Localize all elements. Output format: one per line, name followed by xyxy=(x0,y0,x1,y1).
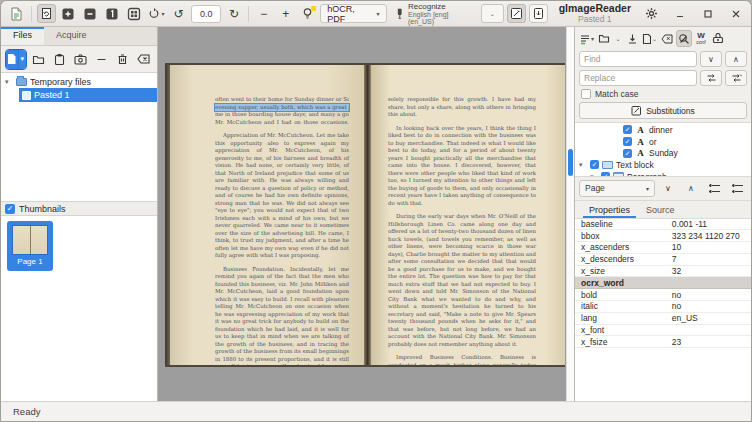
find-prev-button[interactable]: ∧ xyxy=(725,51,747,67)
zoom-original-button[interactable] xyxy=(103,4,122,23)
block-icon xyxy=(602,161,613,169)
item-checkbox[interactable]: ✓ xyxy=(623,149,632,158)
rotate-cw-button[interactable]: ↻ xyxy=(224,4,243,23)
prev-item-button[interactable]: ∧ xyxy=(681,180,701,197)
rotate-page-button[interactable] xyxy=(37,4,56,23)
maximize-button[interactable] xyxy=(698,4,717,23)
rotate-mode-dropdown[interactable]: ▾ xyxy=(147,4,166,23)
thumbnail-page-1[interactable]: Page 1 xyxy=(7,221,53,271)
property-row[interactable]: x_fsize23 xyxy=(575,336,751,348)
image-controls-toggle[interactable] xyxy=(298,4,317,23)
match-case-checkbox[interactable] xyxy=(581,89,591,99)
page-selector-dropdown[interactable]: Page ▾ xyxy=(579,180,655,197)
document-canvas[interactable]: often went to their home for Sunday dinn… xyxy=(158,27,574,401)
rotate-ccw-button[interactable]: ↺ xyxy=(169,4,188,23)
selected-textline[interactable]: evening supper, usually both, which was … xyxy=(215,104,349,112)
find-next-button[interactable]: ∨ xyxy=(700,51,722,67)
textline[interactable]: often went to their home for Sunday dinn… xyxy=(215,96,349,104)
show-confidence-toggle[interactable]: W conf xyxy=(693,30,709,47)
zoom-fit-button[interactable] xyxy=(125,4,144,23)
hocr-tree-row[interactable]: ✓Adinner xyxy=(575,124,751,136)
clear-sources-button[interactable] xyxy=(134,50,153,69)
next-item-button[interactable]: ∨ xyxy=(658,180,678,197)
clear-output-button[interactable] xyxy=(659,30,675,47)
hocr-tree-row[interactable]: ✓ASunday xyxy=(575,147,751,159)
settings-button[interactable] xyxy=(642,4,661,23)
property-key: x_font xyxy=(575,325,672,335)
add-images-split-button[interactable]: ▾ xyxy=(5,49,27,70)
thumbnails-checkbox[interactable]: ✓ xyxy=(5,204,15,214)
canvas-vertical-scrollbar[interactable] xyxy=(566,27,574,401)
add-images-button[interactable] xyxy=(6,50,18,69)
tab-acquire[interactable]: Acquire xyxy=(44,27,99,45)
rotation-angle-spinbox[interactable]: 0.0 xyxy=(191,5,221,23)
save-hocr-dropdown[interactable]: ⌄ xyxy=(641,30,658,47)
tab-properties[interactable]: Properties xyxy=(583,205,636,218)
tab-files[interactable]: Files xyxy=(1,27,44,45)
property-row[interactable]: x_ascenders10 xyxy=(575,242,751,254)
property-row[interactable]: langen_US xyxy=(575,313,751,325)
textline[interactable]: me in those boarding house days; and man… xyxy=(215,111,349,119)
tree-item-pasted[interactable]: Pasted 1 xyxy=(19,88,157,102)
sources-toolbar: ▾ xyxy=(1,46,157,73)
recognize-language-dropdown[interactable]: ⌄ xyxy=(481,4,504,23)
zoom-out-button[interactable] xyxy=(81,4,100,23)
chevron-down-icon: ▾ xyxy=(646,185,649,192)
property-row[interactable]: x_descenders7 xyxy=(575,254,751,266)
remove-source-button[interactable] xyxy=(92,50,111,69)
find-replace-toggle[interactable] xyxy=(676,30,692,47)
find-input[interactable] xyxy=(579,51,697,67)
book-paragraph: solely responsible for this growth. I ha… xyxy=(388,96,536,119)
replace-all-button[interactable] xyxy=(725,70,747,86)
property-row[interactable]: italicno xyxy=(575,301,751,313)
scanned-book-image[interactable]: often went to their home for Sunday dinn… xyxy=(165,63,565,367)
replace-input[interactable] xyxy=(579,70,697,86)
collapse-all-button[interactable] xyxy=(727,180,747,197)
delete-source-button[interactable] xyxy=(113,50,132,69)
add-images-dropdown[interactable]: ▾ xyxy=(18,50,26,69)
recognize-button[interactable]: Recognize English [eng] (en_US) xyxy=(390,3,478,24)
property-row[interactable]: x_font xyxy=(575,325,751,337)
item-checkbox[interactable]: ✓ xyxy=(623,125,632,134)
expand-all-button[interactable] xyxy=(704,180,724,197)
tab-source[interactable]: Source xyxy=(640,205,681,218)
export-button[interactable] xyxy=(529,4,548,23)
substitutions-button[interactable]: Substitutions xyxy=(579,102,747,119)
screenshot-button[interactable] xyxy=(71,50,90,69)
decrease-button[interactable]: − xyxy=(254,4,273,23)
open-hocr-dropdown[interactable]: ⌄ xyxy=(613,30,623,47)
property-key: bbox xyxy=(575,231,672,241)
hocr-tree-row[interactable]: ▾✓Text block xyxy=(575,159,751,171)
property-row[interactable]: baseline0.001 -11 xyxy=(575,219,751,231)
tree-root-row[interactable]: ▾ Temporary files xyxy=(1,75,157,88)
open-hocr-button[interactable] xyxy=(596,30,612,47)
wconf-label-bottom: conf xyxy=(696,40,705,45)
replace-button[interactable] xyxy=(700,70,722,86)
paste-button[interactable] xyxy=(50,50,69,69)
property-row[interactable]: ocrx_word xyxy=(575,277,751,289)
expander-icon[interactable]: ▾ xyxy=(5,78,13,86)
item-checkbox[interactable]: ✓ xyxy=(590,160,599,169)
property-row[interactable]: x_size32 xyxy=(575,266,751,278)
output-mode-dropdown[interactable]: hOCR, PDF ▾ xyxy=(320,4,386,23)
minimize-button[interactable] xyxy=(670,4,689,23)
insert-mode-dropdown[interactable]: ▾ xyxy=(578,30,595,47)
right-page-text: solely responsible for this growth. I ha… xyxy=(371,65,565,365)
preferences-button[interactable] xyxy=(710,30,726,47)
textline[interactable]: Mr. McCutcheon and I had on those occasi… xyxy=(215,119,349,127)
open-folder-button[interactable] xyxy=(29,50,48,69)
output-mode-label: hOCR, PDF xyxy=(327,4,372,24)
close-button[interactable] xyxy=(726,4,745,23)
property-row[interactable]: bbox323 234 1120 270 xyxy=(575,230,751,242)
zoom-in-button[interactable] xyxy=(59,4,78,23)
import-hocr-button[interactable] xyxy=(624,30,640,47)
property-value: 7 xyxy=(672,254,751,264)
scrollbar-thumb[interactable] xyxy=(568,149,573,176)
property-row[interactable]: boldno xyxy=(575,289,751,301)
expander-icon[interactable]: ▾ xyxy=(579,161,587,169)
property-key: lang xyxy=(575,313,672,323)
hocr-tree-row[interactable]: ✓Aor xyxy=(575,136,751,148)
item-checkbox[interactable]: ✓ xyxy=(623,137,632,146)
output-pane-toggle[interactable] xyxy=(507,4,526,23)
increase-button[interactable]: + xyxy=(276,4,295,23)
